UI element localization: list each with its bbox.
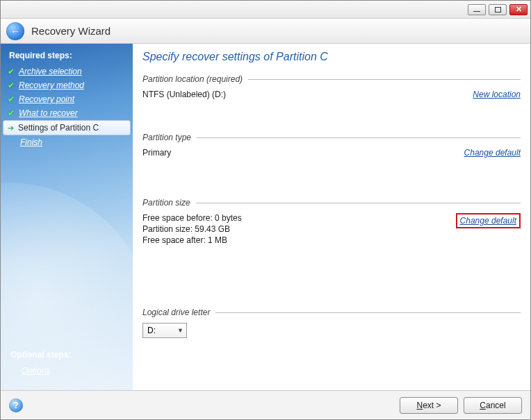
sidebar: Required steps: ✔ Archive selection ✔ Re… <box>1 44 133 390</box>
optional-label: Options <box>22 366 50 376</box>
wizard-footer: ? Next > Cancel <box>1 390 530 419</box>
step-what-to-recover[interactable]: ✔ What to recover <box>1 106 133 120</box>
group-partition-location: Partition location (required) NTFS (Unla… <box>142 74 521 99</box>
step-label: Recovery method <box>19 81 84 90</box>
check-icon: ✔ <box>8 94 15 104</box>
back-button[interactable]: ← <box>6 22 24 40</box>
group-label: Partition location (required) <box>142 74 243 84</box>
step-label: What to recover <box>19 108 78 118</box>
drive-letter-value: D: <box>147 326 156 335</box>
check-icon: ✔ <box>8 81 15 90</box>
step-finish[interactable]: Finish <box>1 135 133 149</box>
cancel-button[interactable]: Cancel <box>464 397 522 414</box>
wizard-header: ← Recovery Wizard <box>1 19 530 44</box>
wizard-body: Required steps: ✔ Archive selection ✔ Re… <box>1 44 530 390</box>
titlebar: ✕ <box>1 1 530 19</box>
check-icon: ✔ <box>8 108 15 118</box>
next-button[interactable]: Next > <box>400 397 458 414</box>
check-icon: ✔ <box>8 67 15 76</box>
group-drive-letter: Logical drive letter D: ▼ <box>142 308 521 338</box>
step-archive-selection[interactable]: ✔ Archive selection <box>1 65 133 78</box>
close-icon: ✕ <box>516 5 522 14</box>
optional-steps-block: Optional steps: Options <box>1 347 133 378</box>
step-settings-partition-c[interactable]: ➔ Settings of Partition C <box>3 120 131 135</box>
change-default-size-link[interactable]: Change default <box>460 216 516 226</box>
step-recovery-point[interactable]: ✔ Recovery point <box>1 92 133 106</box>
group-label: Partition size <box>142 198 190 208</box>
new-location-link[interactable]: New location <box>473 90 521 99</box>
change-default-size-highlight: Change default <box>456 213 521 228</box>
group-partition-type: Partition type Primary Change default <box>142 133 521 158</box>
optional-steps-title: Optional steps: <box>9 347 124 364</box>
divider <box>215 312 521 313</box>
group-label: Partition type <box>142 133 191 142</box>
current-arrow-icon: ➔ <box>8 124 14 133</box>
free-space-after: Free space after: 1 MB <box>142 235 242 245</box>
divider <box>248 79 521 80</box>
step-label: Archive selection <box>19 67 82 76</box>
chevron-down-icon: ▼ <box>177 327 183 334</box>
required-steps-title: Required steps: <box>1 48 133 65</box>
change-default-type-link[interactable]: Change default <box>464 148 521 158</box>
recovery-wizard-window: ✕ ← Recovery Wizard Required steps: ✔ Ar… <box>0 0 531 420</box>
minimize-button[interactable] <box>468 4 486 15</box>
optional-options[interactable]: Options <box>9 364 124 378</box>
partition-size: Partition size: 59.43 GB <box>142 224 242 234</box>
step-label: Finish <box>20 137 42 147</box>
close-button[interactable]: ✕ <box>509 4 528 15</box>
step-label: Settings of Partition C <box>18 123 99 133</box>
divider <box>196 203 521 203</box>
step-recovery-method[interactable]: ✔ Recovery method <box>1 78 133 92</box>
step-label: Recovery point <box>19 94 74 104</box>
divider <box>197 137 521 138</box>
back-arrow-icon: ← <box>10 26 20 36</box>
group-partition-size: Partition size Free space before: 0 byte… <box>142 198 521 246</box>
drive-letter-select[interactable]: D: ▼ <box>142 323 187 338</box>
partition-type-value: Primary <box>142 148 171 158</box>
free-space-before: Free space before: 0 bytes <box>142 213 242 223</box>
main-panel: Specify recover settings of Partition C … <box>133 44 530 390</box>
maximize-button[interactable] <box>489 4 507 15</box>
partition-location-value: NTFS (Unlabeled) (D:) <box>142 90 226 99</box>
help-button[interactable]: ? <box>9 398 23 412</box>
partition-size-values: Free space before: 0 bytes Partition siz… <box>142 213 242 246</box>
group-label: Logical drive letter <box>142 308 210 317</box>
help-icon: ? <box>13 401 18 410</box>
page-title: Specify recover settings of Partition C <box>142 51 521 63</box>
wizard-title: Recovery Wizard <box>31 25 111 37</box>
